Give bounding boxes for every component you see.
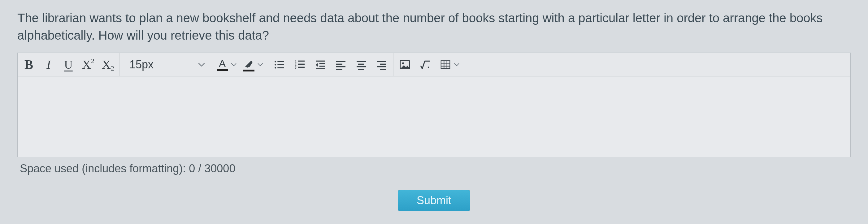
subscript-base: X [102,57,111,72]
svg-rect-24 [377,61,386,62]
svg-rect-11 [298,66,305,67]
svg-text:3: 3 [295,66,297,69]
svg-rect-26 [377,66,386,67]
chevron-down-icon [198,63,205,67]
svg-rect-17 [336,63,342,64]
svg-rect-25 [380,63,386,64]
insert-group [394,53,465,76]
font-size-select[interactable]: 15px [121,58,211,71]
align-center-icon [355,59,367,71]
svg-rect-27 [380,69,386,70]
font-size-value: 15px [129,58,154,71]
chevron-down-icon [231,63,237,66]
color-group: A [212,53,268,76]
bold-button[interactable]: B [19,53,39,76]
chevron-down-icon [454,63,459,66]
underline-button[interactable]: U [59,53,78,76]
svg-rect-31 [441,61,450,68]
svg-rect-9 [298,63,305,64]
font-size-group: 15px [120,53,212,76]
question-text: The librarian wants to plan a new booksh… [17,9,851,44]
svg-rect-21 [358,63,364,64]
outdent-icon [314,59,327,71]
image-icon [399,59,411,71]
svg-rect-22 [356,66,366,67]
rich-text-editor: B I U X2 X2 15px A [17,53,851,157]
svg-point-4 [275,67,276,68]
align-left-icon [335,59,347,71]
insert-table-button[interactable] [436,53,463,76]
text-color-swatch [217,69,228,71]
svg-point-2 [275,64,276,65]
align-center-button[interactable] [351,53,371,76]
text-color-button[interactable]: A [213,53,240,76]
svg-rect-15 [316,68,325,69]
submit-area: Submit [17,190,851,211]
superscript-base: X [82,57,91,72]
superscript-sup: 2 [91,57,94,65]
align-right-button[interactable] [371,53,392,76]
highlight-color-swatch [243,70,254,71]
submit-button[interactable]: Submit [398,190,470,211]
insert-math-button[interactable] [415,53,436,76]
svg-rect-20 [356,61,366,62]
svg-point-30 [428,66,429,68]
number-list-icon: 1 2 3 [294,59,306,71]
align-right-icon [375,59,388,71]
superscript-button[interactable]: X2 [78,53,98,76]
editor-textarea[interactable] [18,76,850,157]
outdent-button[interactable] [310,53,331,76]
svg-rect-16 [336,61,345,62]
svg-rect-14 [319,66,325,66]
space-used-status: Space used (includes formatting): 0 / 30… [17,157,851,178]
svg-rect-7 [298,60,305,61]
square-root-icon [419,59,432,71]
text-style-group: B I U X2 X2 [18,53,120,76]
svg-point-29 [402,62,404,64]
editor-toolbar: B I U X2 X2 15px A [18,53,850,76]
highlighter-icon [243,58,254,71]
unordered-list-button[interactable] [269,53,290,76]
svg-rect-18 [336,66,345,67]
svg-rect-12 [316,60,325,61]
subscript-sub: 2 [111,64,114,72]
svg-rect-3 [277,64,284,65]
bullet-list-icon [273,59,286,71]
subscript-button[interactable]: X2 [98,53,118,76]
svg-rect-1 [277,61,284,62]
svg-rect-5 [277,67,284,68]
italic-button[interactable]: I [39,53,59,76]
ordered-list-button[interactable]: 1 2 3 [290,53,310,76]
table-icon [440,59,451,70]
align-left-button[interactable] [331,53,351,76]
svg-point-0 [275,61,276,62]
highlight-color-button[interactable] [240,53,267,76]
svg-rect-23 [358,69,364,70]
chevron-down-icon [257,63,263,66]
svg-rect-19 [336,69,342,70]
insert-image-button[interactable] [395,53,415,76]
text-color-icon: A [219,58,226,69]
list-align-group: 1 2 3 [268,53,394,76]
svg-rect-13 [319,63,325,64]
